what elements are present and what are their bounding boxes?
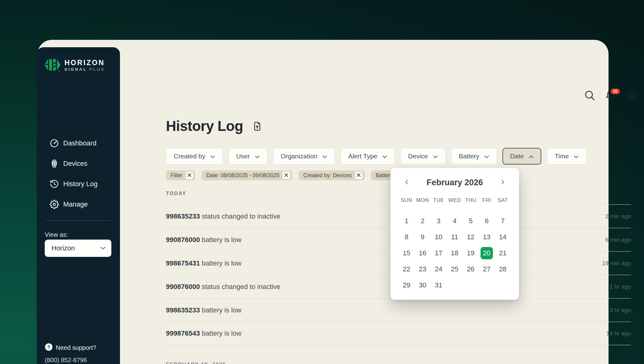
calendar-weekday-row: SUNMONTUEWEDTHUFRISAT <box>398 197 511 203</box>
calendar-next-month-button[interactable] <box>497 177 508 188</box>
calendar-day-17[interactable]: 17 <box>431 245 447 261</box>
chevron-down-icon <box>433 153 438 160</box>
search-icon <box>584 90 596 103</box>
filter-button-label: Time <box>555 153 569 160</box>
chevron-down-icon <box>322 153 327 160</box>
calendar-day-27[interactable]: 27 <box>479 261 495 277</box>
calendar-day-14[interactable]: 14 <box>495 229 511 245</box>
calendar-day-30[interactable]: 30 <box>415 277 431 293</box>
calendar-day-16[interactable]: 16 <box>415 245 431 261</box>
history-clock-icon <box>50 179 59 189</box>
chip-label: Created by: Devices <box>303 172 352 179</box>
sidebar: HORIZON SIGNAL PLUS Dashboard Devices Hi… <box>37 47 120 364</box>
chip-filter: Filter <box>166 170 195 180</box>
chevron-down-icon <box>484 153 489 160</box>
help-question-icon[interactable]: ? <box>45 343 53 352</box>
filter-button-device[interactable]: Device <box>400 148 445 165</box>
filter-button-label: Organization <box>281 153 317 160</box>
calendar-day-13[interactable]: 13 <box>479 229 495 245</box>
traffic-light-icon <box>50 159 59 168</box>
view-as-value: Horizon <box>52 244 75 252</box>
calendar-day-31[interactable]: 31 <box>431 277 447 293</box>
support-phone[interactable]: (800) 852-8796 <box>45 357 96 364</box>
sidebar-item-devices[interactable]: Devices <box>37 157 120 171</box>
calendar-day-28[interactable]: 28 <box>495 261 511 277</box>
sidebar-item-label: Manage <box>63 200 88 208</box>
chevron-down-icon <box>382 153 387 160</box>
log-entry-timestamp: 1 hr ago <box>609 283 631 290</box>
calendar-day-5[interactable]: 5 <box>463 213 479 229</box>
close-icon <box>284 173 288 178</box>
close-icon <box>357 173 361 178</box>
calendar-day-26[interactable]: 26 <box>463 261 479 277</box>
calendar-day-7[interactable]: 7 <box>495 213 511 229</box>
calendar-day-12[interactable]: 12 <box>463 229 479 245</box>
calendar-day-23[interactable]: 23 <box>415 261 431 277</box>
calendar-day-22[interactable]: 22 <box>398 261 415 277</box>
filter-button-time[interactable]: Time <box>547 148 586 165</box>
log-entry-text: 998635233 status changed to inactive <box>166 212 280 220</box>
profile-button[interactable] <box>625 90 638 102</box>
hs-logo-mark-icon <box>44 57 61 74</box>
calendar-day-11[interactable]: 11 <box>447 229 463 245</box>
chip-label: Date: 08/08/2025 - 09/08/2025 <box>206 172 279 179</box>
calendar-prev-month-button[interactable] <box>402 177 412 188</box>
calendar-day-29[interactable]: 29 <box>398 277 415 293</box>
support-question: Need support? <box>56 344 96 351</box>
chevron-down-icon <box>574 153 579 160</box>
search-button[interactable] <box>584 90 596 102</box>
page-title: History Log <box>166 118 243 134</box>
calendar-day-3[interactable]: 3 <box>431 213 447 229</box>
log-entry-timestamp: 14 hr ago <box>606 330 631 337</box>
filter-button-date[interactable]: Date <box>502 148 541 165</box>
export-log-button[interactable] <box>252 121 263 132</box>
device-id: 999876543 <box>166 329 200 337</box>
sidebar-item-dashboard[interactable]: Dashboard <box>37 136 120 150</box>
filter-button-organization[interactable]: Organization <box>273 148 335 165</box>
chip-remove-button[interactable] <box>186 172 193 179</box>
filter-button-alert-type[interactable]: Alert Type <box>341 148 395 165</box>
calendar-day-25[interactable]: 25 <box>447 261 463 277</box>
support-block: ? Need support? (800) 852-8796 horizonsi… <box>45 343 96 364</box>
notifications-button[interactable]: 25 <box>605 90 617 102</box>
calendar-day-6[interactable]: 6 <box>479 213 495 229</box>
brand-name: HORIZON <box>64 59 105 67</box>
weekday-label: WED <box>447 197 463 203</box>
filter-button-label: User <box>236 153 250 160</box>
gear-icon <box>50 200 59 209</box>
chip-remove-button[interactable] <box>355 172 362 179</box>
sidebar-item-manage[interactable]: Manage <box>37 197 120 211</box>
sidebar-item-history-log[interactable]: History Log <box>37 177 120 191</box>
filter-button-created-by[interactable]: Created by <box>166 148 223 165</box>
calendar-day-9[interactable]: 9 <box>415 229 431 245</box>
calendar-day-21[interactable]: 21 <box>495 245 511 261</box>
chip-remove-button[interactable] <box>283 172 290 179</box>
log-entry-text: 990876000 battery is low <box>166 236 242 244</box>
filter-button-user[interactable]: User <box>229 148 267 165</box>
view-as-select[interactable]: Horizon <box>45 240 111 257</box>
calendar-day-20-selected[interactable]: 20 <box>479 245 495 261</box>
chevron-down-icon <box>100 245 106 251</box>
device-id: 990876000 <box>166 236 200 244</box>
weekday-label: TUE <box>431 197 447 203</box>
svg-text:?: ? <box>47 344 50 349</box>
calendar-day-10[interactable]: 10 <box>431 229 447 245</box>
log-entry-timestamp: 19 min ago <box>602 260 631 267</box>
calendar-day-15[interactable]: 15 <box>398 245 415 261</box>
device-id: 998635233 <box>166 306 200 314</box>
weekday-label: SUN <box>398 197 415 203</box>
calendar-day-4[interactable]: 4 <box>447 213 463 229</box>
main-card: 25 History Log <box>38 40 609 364</box>
calendar-day-19[interactable]: 19 <box>463 245 479 261</box>
calendar-day-1[interactable]: 1 <box>398 213 415 229</box>
calendar-day-24[interactable]: 24 <box>431 261 447 277</box>
close-icon <box>187 173 192 178</box>
device-id: 998675431 <box>166 259 200 267</box>
filter-button-label: Created by <box>174 153 205 160</box>
filter-button-battery[interactable]: Battery <box>451 148 497 165</box>
calendar-day-8[interactable]: 8 <box>398 229 415 245</box>
calendar-day-18[interactable]: 18 <box>447 245 463 261</box>
filter-button-label: Battery <box>459 153 480 160</box>
calendar-day-2[interactable]: 2 <box>415 213 431 229</box>
chip-label: Filter <box>171 172 183 179</box>
